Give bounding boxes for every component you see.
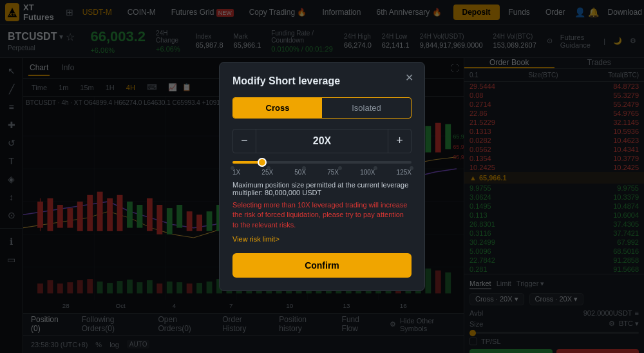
leverage-tabs: Cross Isolated bbox=[232, 97, 412, 119]
confirm-button[interactable]: Confirm bbox=[232, 253, 412, 278]
leverage-value: 20X bbox=[256, 135, 388, 147]
leverage-max-info: Maximum position size permitted at the c… bbox=[232, 181, 412, 196]
tab-isolated[interactable]: Isolated bbox=[322, 98, 411, 118]
tab-cross[interactable]: Cross bbox=[233, 98, 322, 118]
leverage-marks: 1X 25X 50X 75X 100X 125X bbox=[232, 169, 412, 176]
leverage-warning: Selecting more than 10X leveraged tradin… bbox=[232, 200, 412, 230]
modal-overlay[interactable]: Modify Short leverage ✕ Cross Isolated −… bbox=[0, 0, 644, 353]
risk-limit-link[interactable]: View risk limit> bbox=[232, 235, 412, 243]
leverage-plus-button[interactable]: + bbox=[388, 129, 411, 153]
leverage-input-row: − 20X + bbox=[232, 129, 412, 153]
leverage-minus-button[interactable]: − bbox=[233, 129, 256, 153]
modal-title: Modify Short leverage bbox=[232, 75, 412, 87]
leverage-modal: Modify Short leverage ✕ Cross Isolated −… bbox=[219, 62, 425, 291]
modal-close-button[interactable]: ✕ bbox=[401, 70, 417, 86]
leverage-slider[interactable] bbox=[232, 161, 412, 164]
